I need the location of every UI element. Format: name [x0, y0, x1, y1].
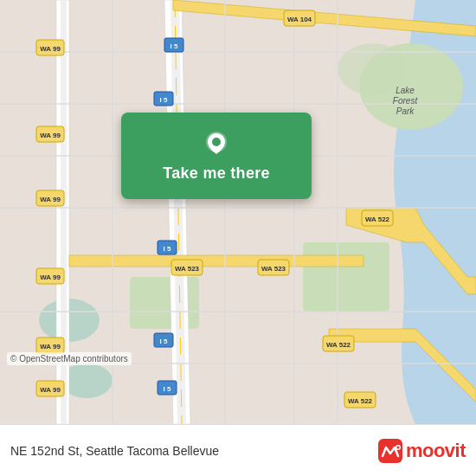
svg-text:WA 523: WA 523: [261, 265, 286, 273]
svg-text:WA 99: WA 99: [40, 196, 61, 203]
svg-text:I 5: I 5: [170, 42, 178, 50]
svg-text:WA 99: WA 99: [40, 343, 61, 351]
svg-text:I 5: I 5: [164, 245, 171, 253]
svg-text:WA 99: WA 99: [40, 273, 61, 281]
svg-text:I 5: I 5: [160, 96, 168, 104]
svg-point-59: [396, 446, 399, 448]
svg-text:WA 99: WA 99: [40, 386, 61, 394]
svg-text:WA 523: WA 523: [175, 265, 200, 273]
bottom-bar: NE 152nd St, Seattle Tacoma Bellevue moo…: [0, 424, 476, 476]
svg-text:Forest: Forest: [393, 96, 419, 106]
location-pin-icon: [203, 130, 230, 158]
svg-rect-57: [378, 439, 402, 463]
svg-text:Park: Park: [396, 106, 415, 116]
moovit-icon: [378, 439, 402, 463]
map-container: WA 99 WA 99 WA 99 WA 99 WA 99 WA 99 I 5 …: [0, 0, 476, 424]
take-me-there-button[interactable]: Take me there: [121, 113, 312, 199]
svg-text:WA 104: WA 104: [287, 16, 312, 23]
svg-text:Lake: Lake: [396, 86, 415, 95]
address-label: NE 152nd St, Seattle Tacoma Bellevue: [10, 444, 219, 458]
svg-text:WA 522: WA 522: [365, 215, 390, 223]
svg-point-56: [212, 138, 221, 146]
svg-text:WA 99: WA 99: [40, 45, 61, 53]
svg-rect-5: [130, 277, 199, 329]
take-me-there-label: Take me there: [163, 164, 270, 183]
svg-text:WA 522: WA 522: [348, 397, 373, 405]
svg-text:I 5: I 5: [164, 385, 171, 393]
svg-text:I 5: I 5: [160, 338, 168, 345]
svg-rect-2: [303, 242, 389, 312]
brand-name: moovit: [406, 440, 466, 462]
moovit-logo: moovit: [378, 439, 466, 463]
map-attribution: © OpenStreetMap contributors: [7, 352, 132, 365]
svg-text:WA 522: WA 522: [326, 341, 351, 349]
svg-text:WA 99: WA 99: [40, 132, 61, 139]
